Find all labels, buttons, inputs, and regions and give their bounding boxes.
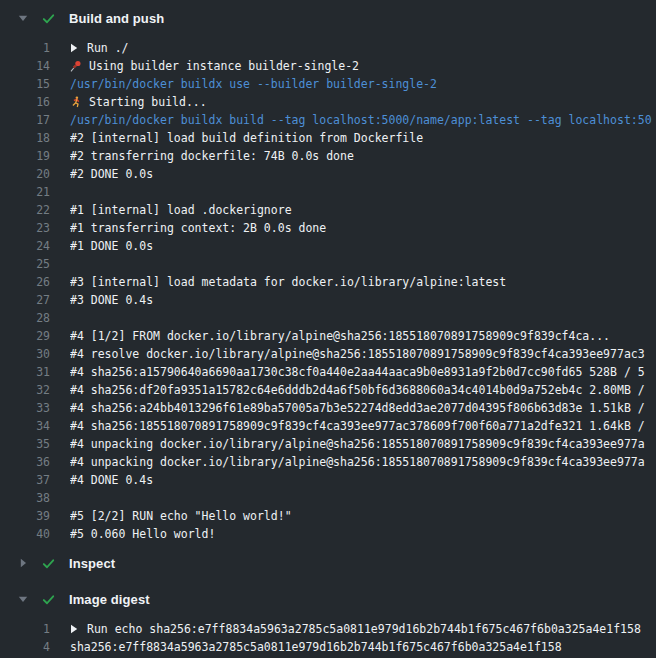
log-line-number[interactable]: 34	[0, 419, 50, 433]
log-line-number[interactable]: 21	[0, 185, 50, 199]
log-line-number[interactable]: 27	[0, 293, 50, 307]
log-line-content: #4 sha256:a15790640a6690aa1730c38cf0a440…	[70, 365, 656, 379]
log-line-number[interactable]: 15	[0, 77, 50, 91]
log-line-number[interactable]: 28	[0, 311, 50, 325]
log-line-content: #4 sha256:185518070891758909c9f839cf4ca3…	[70, 419, 656, 433]
log-line-content: #5 [2/2] RUN echo "Hello world!"	[70, 509, 656, 523]
log-line-number[interactable]: 35	[0, 437, 50, 451]
log-line-number[interactable]: 17	[0, 113, 50, 127]
log-line-content: #4 sha256:a24bb4013296f61e89ba57005a7b3e…	[70, 401, 656, 415]
log-line-text: #4 resolve docker.io/library/alpine@sha2…	[70, 347, 645, 361]
log-line-number[interactable]: 16	[0, 95, 50, 109]
log-line-text: #3 [internal] load metadata for docker.i…	[70, 275, 506, 289]
log-line-number[interactable]: 38	[0, 491, 50, 505]
log-line-content: Starting build...	[70, 95, 656, 109]
log-line-text: #1 transferring context: 2B 0.0s done	[70, 221, 326, 235]
section-title: Image digest	[69, 592, 150, 607]
log-line-number[interactable]: 1	[0, 41, 50, 55]
log-line-text: #5 [2/2] RUN echo "Hello world!"	[70, 509, 292, 523]
log-line: 4sha256:e7ff8834a5963a2785c5a0811e979d16…	[0, 638, 656, 656]
log-lines: 1Run echo sha256:e7ff8834a5963a2785c5a08…	[0, 620, 656, 656]
section-header-image-digest[interactable]: Image digest	[0, 587, 656, 611]
section-header-inspect[interactable]: Inspect	[0, 551, 656, 575]
log-line-text: #4 [1/2] FROM docker.io/library/alpine@s…	[70, 329, 610, 343]
log-line: 35#4 unpacking docker.io/library/alpine@…	[0, 435, 656, 453]
log-line-number[interactable]: 39	[0, 509, 50, 523]
log-line-content: #1 [internal] load .dockerignore	[70, 203, 656, 217]
log-line-content: #2 [internal] load build definition from…	[70, 131, 656, 145]
log-line-number[interactable]: 14	[0, 59, 50, 73]
log-section-inspect: Inspect	[0, 551, 656, 575]
log-line-number[interactable]: 25	[0, 257, 50, 271]
log-line-number[interactable]: 1	[0, 622, 50, 636]
log-line: 40#5 0.060 Hello world!	[0, 525, 656, 543]
log-line-text: /usr/bin/docker buildx use --builder bui…	[70, 77, 437, 91]
log-line-text: #1 DONE 0.0s	[70, 239, 153, 253]
log-line-number[interactable]: 19	[0, 149, 50, 163]
log-line-text: #4 sha256:df20fa9351a15782c64e6dddb2d4a6…	[70, 383, 645, 397]
log-line-number[interactable]: 31	[0, 365, 50, 379]
log-line-number[interactable]: 33	[0, 401, 50, 415]
log-line-text: Run echo sha256:e7ff8834a5963a2785c5a081…	[87, 622, 641, 636]
log-line-number[interactable]: 23	[0, 221, 50, 235]
log-lines: 1Run ./14Using builder instance builder-…	[0, 39, 656, 543]
runner-icon	[70, 96, 82, 108]
log-line: 38	[0, 489, 656, 507]
log-line-number[interactable]: 26	[0, 275, 50, 289]
pushpin-icon	[70, 60, 82, 72]
log-line: 14Using builder instance builder-single-…	[0, 57, 656, 75]
log-line-text: sha256:e7ff8834a5963a2785c5a0811e979d16b…	[70, 640, 562, 654]
log-line: 16Starting build...	[0, 93, 656, 111]
log-line-content: Run echo sha256:e7ff8834a5963a2785c5a081…	[70, 622, 656, 636]
log-line: 20#2 DONE 0.0s	[0, 165, 656, 183]
expand-run-icon[interactable]	[70, 43, 78, 53]
expand-run-icon[interactable]	[70, 624, 78, 634]
log-line: 25	[0, 255, 656, 273]
log-section-build-and-push: Build and push1Run ./14Using builder ins…	[0, 6, 656, 543]
log-line-content: #4 DONE 0.4s	[70, 473, 656, 487]
log-line-text: #4 sha256:a24bb4013296f61e89ba57005a7b3e…	[70, 401, 645, 415]
log-line-number[interactable]: 37	[0, 473, 50, 487]
log-line: 22#1 [internal] load .dockerignore	[0, 201, 656, 219]
log-section-image-digest: Image digest1Run echo sha256:e7ff8834a59…	[0, 587, 656, 656]
log-line: 31#4 sha256:a15790640a6690aa1730c38cf0a4…	[0, 363, 656, 381]
log-line: 1Run echo sha256:e7ff8834a5963a2785c5a08…	[0, 620, 656, 638]
log-line-number[interactable]: 32	[0, 383, 50, 397]
workflow-log-viewer: Build and push1Run ./14Using builder ins…	[0, 6, 656, 656]
log-line-text: Run ./	[87, 41, 129, 55]
section-title: Inspect	[69, 556, 115, 571]
log-line-text: #2 [internal] load build definition from…	[70, 131, 423, 145]
log-line: 36#4 unpacking docker.io/library/alpine@…	[0, 453, 656, 471]
chevron-down-icon	[18, 594, 28, 604]
log-line: 30#4 resolve docker.io/library/alpine@sh…	[0, 345, 656, 363]
log-line-number[interactable]: 36	[0, 455, 50, 469]
log-line-number[interactable]: 18	[0, 131, 50, 145]
log-line: 34#4 sha256:185518070891758909c9f839cf4c…	[0, 417, 656, 435]
log-line: 37#4 DONE 0.4s	[0, 471, 656, 489]
log-line-number[interactable]: 29	[0, 329, 50, 343]
log-line-content: #4 unpacking docker.io/library/alpine@sh…	[70, 437, 656, 451]
section-title: Build and push	[69, 11, 164, 26]
log-line-text: #1 [internal] load .dockerignore	[70, 203, 292, 217]
log-line-text: #4 DONE 0.4s	[70, 473, 153, 487]
log-line-text: #4 unpacking docker.io/library/alpine@sh…	[70, 437, 645, 451]
log-line-content: Using builder instance builder-single-2	[70, 59, 656, 73]
log-line-text: Using builder instance builder-single-2	[89, 59, 359, 73]
log-line-number[interactable]: 24	[0, 239, 50, 253]
log-line: 23#1 transferring context: 2B 0.0s done	[0, 219, 656, 237]
chevron-right-icon	[18, 558, 28, 568]
log-line-number[interactable]: 22	[0, 203, 50, 217]
log-line-content: #1 transferring context: 2B 0.0s done	[70, 221, 656, 235]
section-header-build-and-push[interactable]: Build and push	[0, 6, 656, 30]
log-line-number[interactable]: 4	[0, 640, 50, 654]
log-line-number[interactable]: 40	[0, 527, 50, 541]
log-line: 28	[0, 309, 656, 327]
log-line-text: #3 DONE 0.4s	[70, 293, 153, 307]
chevron-down-icon	[18, 13, 28, 23]
log-line-number[interactable]: 20	[0, 167, 50, 181]
check-icon	[41, 11, 56, 26]
log-line: 21	[0, 183, 656, 201]
log-line: 29#4 [1/2] FROM docker.io/library/alpine…	[0, 327, 656, 345]
log-line-number[interactable]: 30	[0, 347, 50, 361]
log-line-content: #4 unpacking docker.io/library/alpine@sh…	[70, 455, 656, 469]
